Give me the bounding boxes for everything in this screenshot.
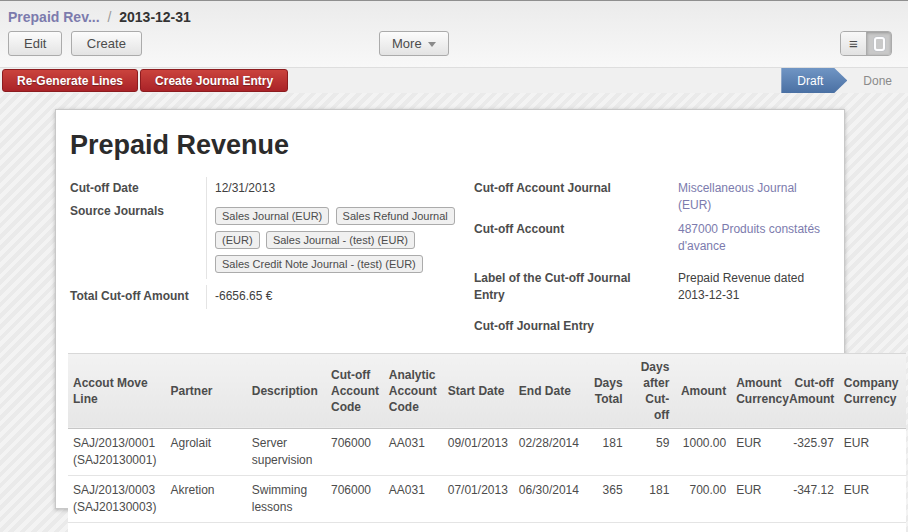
regenerate-lines-button[interactable]: Re-Generate Lines	[2, 69, 138, 92]
breadcrumb-parent-link[interactable]: Prepaid Rev...	[8, 9, 100, 25]
cell-move-line[interactable]: SAJ/2013/0002 (SAJ20130002)	[68, 522, 166, 532]
cell-amount-currency[interactable]: EUR	[731, 476, 784, 523]
cutoff-account-label: Cut-off Account	[472, 218, 670, 259]
cell-start-date[interactable]: 10/01/2013	[443, 522, 514, 532]
entry-label-label: Label of the Cut-off Journal Entry	[472, 267, 670, 308]
cell-cutoff-amount[interactable]: -325.97	[784, 429, 839, 476]
breadcrumb-separator: /	[103, 9, 115, 25]
cell-start-date[interactable]: 07/01/2013	[443, 476, 514, 523]
journal-tag[interactable]: Sales Journal (EUR)	[215, 207, 329, 225]
cell-move-line[interactable]: SAJ/2013/0003 (SAJ20130003)	[68, 476, 166, 523]
cell-account-code[interactable]: 706000	[326, 522, 384, 532]
cutoff-journal-entry-label: Cut-off Journal Entry	[472, 315, 670, 338]
create-journal-entry-button[interactable]: Create Journal Entry	[140, 69, 288, 92]
cell-amount[interactable]: 8000.00	[674, 522, 731, 532]
cell-days-total[interactable]: 181	[587, 429, 628, 476]
cell-analytic-code[interactable]: AA031	[384, 476, 443, 523]
more-button-label: More	[392, 36, 422, 51]
form-icon	[874, 37, 885, 51]
cell-description[interactable]: Maintenance contract	[247, 522, 326, 532]
entry-label-value: Prepaid Revenue dated 2013-12-31	[670, 267, 832, 308]
table-row[interactable]: SAJ/2013/0003 (SAJ20130003) Akretion Swi…	[68, 476, 906, 523]
cutoff-lines-table: Accout Move Line Partner Description Cut…	[68, 353, 906, 532]
table-row[interactable]: SAJ/2013/0002 (SAJ20130002) Camptocamp M…	[68, 522, 906, 532]
cutoff-account-value[interactable]: 487000 Produits constatés d'avance	[670, 218, 832, 259]
cell-days-after[interactable]: 59	[628, 429, 675, 476]
col-header-partner[interactable]: Partner	[166, 353, 247, 429]
cell-account-code[interactable]: 706000	[326, 476, 384, 523]
cell-end-date[interactable]: 02/28/2014	[514, 429, 587, 476]
top-header: Prepaid Rev... / 2013-12-31 Edit Create …	[0, 0, 908, 67]
cell-cutoff-amount[interactable]: -5983.56	[784, 522, 839, 532]
create-button[interactable]: Create	[71, 31, 142, 56]
cutoff-date-value: 12/31/2013	[206, 177, 458, 200]
cell-partner[interactable]: Akretion	[166, 476, 247, 523]
cell-start-date[interactable]: 09/01/2013	[443, 429, 514, 476]
cell-account-code[interactable]: 706000	[326, 429, 384, 476]
main-content: Prepaid Revenue Cut-off Date 12/31/2013 …	[0, 93, 908, 532]
more-button[interactable]: More	[379, 31, 449, 56]
breadcrumb: Prepaid Rev... / 2013-12-31	[8, 7, 900, 31]
cell-days-after[interactable]: 181	[628, 476, 675, 523]
total-cutoff-amount-label: Total Cut-off Amount	[68, 285, 206, 308]
status-bar: Re-Generate Lines Create Journal Entry D…	[0, 67, 908, 94]
source-journals-tags: Sales Journal (EUR) Sales Refund Journal…	[206, 200, 458, 279]
state-done: Done	[847, 68, 908, 93]
cell-amount-currency[interactable]: EUR	[731, 429, 784, 476]
cell-analytic-code[interactable]: AA034	[384, 522, 443, 532]
cutoff-account-journal-value[interactable]: Miscellaneous Journal (EUR)	[670, 177, 832, 218]
state-draft: Draft	[781, 68, 847, 93]
col-header-move-line[interactable]: Accout Move Line	[68, 353, 166, 429]
cell-partner[interactable]: Camptocamp	[166, 522, 247, 532]
cell-partner[interactable]: Agrolait	[166, 429, 247, 476]
cell-description[interactable]: Swimming lessons	[247, 476, 326, 523]
edit-button[interactable]: Edit	[8, 31, 62, 56]
cell-cutoff-amount[interactable]: -347.12	[784, 476, 839, 523]
cell-end-date[interactable]: 09/30/2014	[514, 522, 587, 532]
cutoff-lines-list: Accout Move Line Partner Description Cut…	[68, 353, 832, 532]
cell-company-currency[interactable]: EUR	[839, 429, 906, 476]
cell-days-total[interactable]: 365	[587, 522, 628, 532]
col-header-company-currency[interactable]: Company Currency	[839, 353, 906, 429]
cell-description[interactable]: Server supervision	[247, 429, 326, 476]
form-toolbar: Edit Create More ≡	[8, 31, 900, 59]
cell-days-total[interactable]: 365	[587, 476, 628, 523]
source-journals-label: Source Journals	[68, 200, 206, 279]
journal-tag[interactable]: Sales Credit Note Journal - (test) (EUR)	[215, 255, 423, 273]
table-row[interactable]: SAJ/2013/0001 (SAJ20130001) Agrolait Ser…	[68, 429, 906, 476]
cutoff-date-label: Cut-off Date	[68, 177, 206, 200]
cutoff-journal-entry-value	[670, 315, 832, 338]
list-icon: ≡	[849, 36, 858, 51]
page-title: Prepaid Revenue	[70, 130, 832, 161]
list-view-button[interactable]: ≡	[841, 32, 866, 55]
cell-days-after[interactable]: 273	[628, 522, 675, 532]
col-header-amount-currency[interactable]: Amount Currency	[731, 353, 784, 429]
cell-analytic-code[interactable]: AA031	[384, 429, 443, 476]
cell-amount[interactable]: 700.00	[674, 476, 731, 523]
col-header-end-date[interactable]: End Date	[514, 353, 587, 429]
col-header-cutoff-amount[interactable]: Cut-off Amount	[784, 353, 839, 429]
state-indicator: Draft Done	[781, 68, 908, 93]
col-header-amount[interactable]: Amount	[674, 353, 731, 429]
chevron-down-icon	[428, 42, 436, 47]
col-header-days-total[interactable]: Days Total	[587, 353, 628, 429]
journal-tag[interactable]: Sales Journal - (test) (EUR)	[266, 231, 415, 249]
breadcrumb-current: 2013-12-31	[119, 9, 191, 25]
col-header-description[interactable]: Description	[247, 353, 326, 429]
cell-move-line[interactable]: SAJ/2013/0001 (SAJ20130001)	[68, 429, 166, 476]
view-switcher: ≡	[840, 31, 892, 56]
cell-end-date[interactable]: 06/30/2014	[514, 476, 587, 523]
form-view-button[interactable]	[866, 32, 891, 55]
col-header-start-date[interactable]: Start Date	[443, 353, 514, 429]
total-cutoff-amount-value: -6656.65 €	[206, 285, 458, 308]
form-sheet: Prepaid Revenue Cut-off Date 12/31/2013 …	[55, 109, 845, 509]
cell-amount[interactable]: 1000.00	[674, 429, 731, 476]
col-header-days-after-cutoff[interactable]: Days after Cut-off	[628, 353, 675, 429]
cutoff-account-journal-label: Cut-off Account Journal	[472, 177, 670, 218]
col-header-cutoff-account-code[interactable]: Cut-off Account Code	[326, 353, 384, 429]
cell-company-currency[interactable]: EUR	[839, 476, 906, 523]
col-header-analytic-account-code[interactable]: Analytic Account Code	[384, 353, 443, 429]
table-header-row: Accout Move Line Partner Description Cut…	[68, 353, 906, 429]
cell-amount-currency[interactable]: EUR	[731, 522, 784, 532]
cell-company-currency[interactable]: EUR	[839, 522, 906, 532]
